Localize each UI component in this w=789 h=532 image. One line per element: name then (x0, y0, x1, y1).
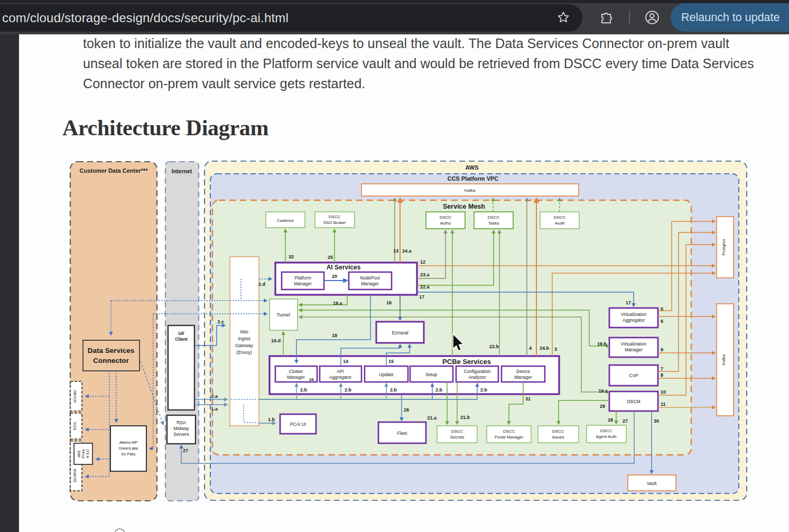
svg-text:AWS: AWS (465, 164, 478, 171)
svg-text:for Files: for Files (122, 452, 136, 456)
svg-text:Cluster: Cluster (289, 369, 303, 374)
svg-text:Virtualization: Virtualization (621, 341, 647, 347)
svg-text:Audit: Audit (555, 221, 565, 226)
svg-text:21.b: 21.b (460, 415, 470, 420)
svg-text:DSCC: DSCC (503, 429, 515, 434)
svg-text:27: 27 (623, 418, 628, 424)
svg-text:Kafka: Kafka (721, 354, 726, 365)
svg-text:Aggregator: Aggregator (329, 375, 351, 380)
svg-text:13: 13 (393, 248, 398, 254)
svg-text:10: 10 (661, 389, 666, 395)
svg-text:Virtualization: Virtualization (621, 312, 647, 317)
svg-text:Agent Auth: Agent Auth (596, 434, 616, 439)
svg-text:17: 17 (626, 300, 631, 305)
svg-text:DSCC: DSCC (600, 428, 612, 433)
svg-text:Istio: Istio (240, 329, 248, 334)
svg-text:DSCC: DSCC (554, 215, 566, 220)
svg-text:Cadence: Cadence (277, 218, 294, 223)
svg-text:API: API (337, 369, 344, 374)
svg-text:PCBe Services: PCBe Services (442, 358, 491, 366)
svg-text:SSO Broker: SSO Broker (323, 220, 346, 225)
svg-text:UI/: UI/ (179, 331, 185, 336)
svg-text:Device: Device (516, 369, 530, 374)
svg-text:16: 16 (386, 300, 392, 305)
svg-text:3: 3 (554, 347, 557, 352)
svg-text:DSCC: DSCC (488, 215, 500, 220)
svg-text:Tasks: Tasks (488, 221, 499, 226)
svg-text:CVP: CVP (629, 373, 638, 378)
svg-text:Update: Update (379, 372, 394, 377)
svg-text:14: 14 (343, 359, 348, 364)
svg-text:2.b: 2.b (300, 387, 308, 393)
svg-text:Kafka: Kafka (465, 188, 476, 193)
svg-text:Client: Client (175, 337, 188, 342)
svg-text:DSCC: DSCC (440, 215, 452, 220)
svg-text:AI Services: AI Services (327, 264, 361, 271)
svg-text:Internet: Internet (172, 168, 192, 174)
svg-text:Manager: Manager (294, 281, 312, 286)
svg-text:DSCM: DSCM (627, 399, 640, 404)
svg-text:Connector: Connector (93, 357, 129, 365)
svg-text:Setup: Setup (425, 372, 437, 377)
svg-text:Vault: Vault (647, 481, 657, 486)
svg-text:(Envoy): (Envoy) (236, 350, 252, 355)
svg-text:2.b: 2.b (345, 387, 352, 393)
svg-text:Postgres: Postgres (721, 239, 726, 256)
svg-text:6: 6 (661, 319, 663, 324)
svg-text:11: 11 (661, 402, 666, 407)
svg-text:22.a: 22.a (420, 284, 430, 290)
svg-text:Customer Data Center***: Customer Data Center*** (80, 167, 148, 174)
svg-text:Fleet: Fleet (397, 431, 408, 436)
svg-text:Configuration: Configuration (464, 369, 491, 374)
svg-text:26: 26 (309, 377, 314, 382)
svg-text:9: 9 (661, 347, 663, 352)
svg-text:28: 28 (608, 417, 613, 423)
svg-text:Gateway: Gateway (235, 343, 253, 348)
svg-text:Manager: Manager (514, 375, 532, 380)
svg-text:Authz: Authz (440, 221, 451, 226)
svg-text:19.a: 19.a (333, 301, 343, 306)
svg-text:vCenter: vCenter (73, 389, 77, 403)
svg-text:19.c: 19.c (598, 388, 608, 394)
svg-text:24.a: 24.a (402, 248, 412, 254)
svg-text:1.b: 1.b (268, 417, 275, 422)
svg-text:Portal Manager: Portal Manager (495, 435, 524, 440)
svg-text:21.a: 21.a (427, 415, 437, 421)
svg-text:DSCC: DSCC (329, 214, 341, 219)
svg-text:32: 32 (289, 254, 294, 259)
svg-text:Aggregator: Aggregator (623, 318, 645, 323)
svg-text:22.b: 22.b (489, 344, 499, 349)
svg-text:19.b: 19.b (597, 341, 607, 347)
svg-text:PCAI UI: PCAI UI (290, 422, 307, 427)
svg-text:25: 25 (328, 255, 333, 260)
svg-text:29: 29 (600, 404, 605, 409)
svg-text:GreenLake: GreenLake (118, 446, 138, 451)
svg-text:30: 30 (654, 418, 659, 424)
svg-text:nt iLO: nt iLO (86, 449, 89, 458)
svg-text:8: 8 (661, 372, 663, 378)
svg-text:1.a: 1.a (211, 406, 218, 412)
svg-text:2.a: 2.a (211, 394, 218, 399)
svg-text:Analyzer: Analyzer (468, 375, 486, 380)
svg-text:12: 12 (420, 259, 425, 265)
svg-text:2.b: 2.b (435, 387, 443, 393)
svg-text:DL380A: DL380A (73, 469, 77, 482)
svg-text:5: 5 (661, 306, 663, 312)
svg-text:26: 26 (404, 407, 409, 413)
svg-text:Data Services: Data Services (88, 347, 135, 354)
svg-text:19.d: 19.d (271, 338, 281, 343)
svg-text:Manager: Manager (361, 281, 379, 286)
svg-text:Manager: Manager (625, 347, 643, 352)
svg-text:2.b: 2.b (480, 387, 488, 393)
svg-text:2.d: 2.d (258, 282, 265, 287)
svg-text:Alletra MP: Alletra MP (119, 440, 138, 445)
svg-text:4: 4 (529, 346, 532, 351)
svg-text:Ingres: Ingres (238, 336, 250, 341)
svg-text:Secrets: Secrets (450, 435, 464, 440)
svg-text:Prolia: Prolia (81, 449, 85, 458)
svg-text:ESXi: ESXi (73, 422, 77, 430)
svg-text:Servers: Servers (173, 432, 189, 437)
svg-text:Issues: Issues (552, 435, 564, 440)
svg-text:2.c: 2.c (217, 319, 224, 324)
svg-text:Midway: Midway (174, 426, 190, 431)
